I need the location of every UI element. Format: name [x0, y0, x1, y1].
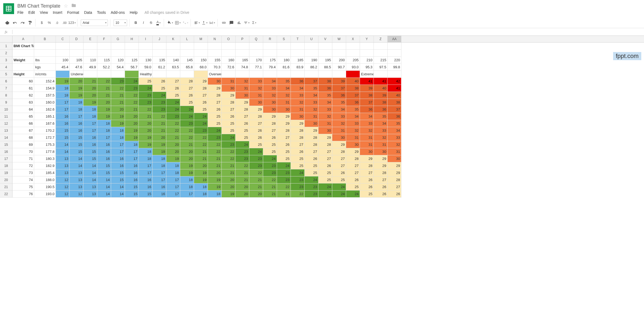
cell[interactable]: 15: [83, 148, 97, 155]
cell[interactable]: 15: [111, 169, 125, 176]
cell[interactable]: 17: [125, 155, 139, 162]
cell[interactable]: 76: [12, 191, 34, 198]
cell[interactable]: 24: [180, 106, 194, 113]
cell[interactable]: 29: [332, 141, 346, 148]
cell[interactable]: 180.3: [34, 155, 56, 162]
cell[interactable]: 185: [291, 57, 305, 64]
cell[interactable]: 88.5: [318, 64, 332, 71]
cell[interactable]: 26: [194, 99, 208, 106]
cell[interactable]: 30: [263, 99, 277, 106]
cell[interactable]: [153, 43, 166, 50]
cell[interactable]: [332, 71, 346, 78]
row-header-4[interactable]: 4: [0, 64, 12, 71]
cell[interactable]: 25: [208, 120, 222, 127]
cell[interactable]: 27: [249, 120, 263, 127]
cell[interactable]: 182.9: [34, 162, 56, 169]
cell[interactable]: 105: [70, 57, 83, 64]
cell[interactable]: 32: [305, 106, 318, 113]
col-header-N[interactable]: N: [208, 36, 222, 42]
cell[interactable]: 19: [194, 176, 208, 183]
cell[interactable]: 15: [56, 127, 70, 134]
cell[interactable]: 22: [291, 191, 305, 198]
cell[interactable]: 25: [277, 148, 291, 155]
cell[interactable]: 62: [12, 92, 34, 99]
cell[interactable]: 26: [153, 78, 166, 85]
cell[interactable]: 200: [332, 57, 346, 64]
cell[interactable]: 28: [263, 120, 277, 127]
cell[interactable]: 19: [111, 120, 125, 127]
cell[interactable]: 26: [263, 134, 277, 141]
cell[interactable]: 19: [97, 113, 111, 120]
cell[interactable]: 20: [111, 106, 125, 113]
cell[interactable]: 30: [249, 99, 263, 106]
cell[interactable]: [166, 50, 180, 57]
cell[interactable]: 162.6: [34, 106, 56, 113]
cell[interactable]: 16: [56, 113, 70, 120]
cell[interactable]: 13: [70, 176, 83, 183]
cell[interactable]: 41: [360, 78, 374, 85]
print-icon[interactable]: [4, 20, 10, 26]
cell[interactable]: 26: [388, 191, 401, 198]
row-header-17[interactable]: 17: [0, 155, 12, 162]
cell[interactable]: 170: [249, 57, 263, 64]
cell[interactable]: 26: [291, 148, 305, 155]
row-header-10[interactable]: 10: [0, 106, 12, 113]
cell[interactable]: 18: [139, 148, 153, 155]
cell[interactable]: 29: [194, 78, 208, 85]
cell[interactable]: 33: [332, 113, 346, 120]
cell[interactable]: [166, 71, 180, 78]
cell[interactable]: 15: [56, 134, 70, 141]
row-header-13[interactable]: 13: [0, 127, 12, 134]
cell[interactable]: 27: [360, 169, 374, 176]
cell[interactable]: [180, 71, 194, 78]
cell[interactable]: 145: [180, 57, 194, 64]
cell[interactable]: 23: [208, 134, 222, 141]
row-header-8[interactable]: 8: [0, 92, 12, 99]
cell[interactable]: 14: [83, 169, 97, 176]
cell[interactable]: 16: [153, 191, 166, 198]
cell[interactable]: [332, 50, 346, 57]
cell[interactable]: 20: [222, 183, 236, 191]
cell[interactable]: 26: [374, 183, 388, 191]
cell[interactable]: 33: [291, 92, 305, 99]
cell[interactable]: 28: [318, 141, 332, 148]
cell[interactable]: 20: [166, 148, 180, 155]
cell[interactable]: [208, 43, 222, 50]
cell[interactable]: [56, 50, 70, 57]
bold-icon[interactable]: B: [133, 20, 139, 26]
cell[interactable]: 23: [236, 155, 249, 162]
cell[interactable]: 29: [318, 134, 332, 141]
halign-icon[interactable]: ▾: [194, 20, 200, 26]
col-header-U[interactable]: U: [305, 36, 318, 42]
cell[interactable]: 15: [83, 155, 97, 162]
cell[interactable]: 32: [374, 134, 388, 141]
menu-add-ons[interactable]: Add-ons: [111, 10, 125, 15]
cell[interactable]: 38: [346, 85, 360, 92]
cell[interactable]: 33: [305, 99, 318, 106]
cell[interactable]: 33: [249, 78, 263, 85]
cell[interactable]: 20: [139, 120, 153, 127]
cell[interactable]: 29: [263, 113, 277, 120]
cell[interactable]: 23: [111, 78, 125, 85]
cell[interactable]: 30: [388, 155, 401, 162]
cell[interactable]: 15: [139, 191, 153, 198]
cell[interactable]: 23: [305, 183, 318, 191]
cell[interactable]: 25: [249, 141, 263, 148]
cell[interactable]: [194, 71, 208, 78]
menu-view[interactable]: View: [40, 10, 48, 15]
cell[interactable]: 26: [360, 183, 374, 191]
cell[interactable]: 22: [111, 85, 125, 92]
cell[interactable]: 17: [111, 141, 125, 148]
cell[interactable]: 19: [139, 134, 153, 141]
cell[interactable]: 35: [277, 78, 291, 85]
cell[interactable]: 63: [12, 99, 34, 106]
cell[interactable]: 28: [346, 155, 360, 162]
cell[interactable]: 120: [111, 57, 125, 64]
cell[interactable]: [97, 50, 111, 57]
cell[interactable]: 30: [291, 113, 305, 120]
col-header-W[interactable]: W: [332, 36, 346, 42]
cell[interactable]: 195: [318, 57, 332, 64]
cell[interactable]: 30: [222, 85, 236, 92]
cell[interactable]: [222, 50, 236, 57]
cell[interactable]: 24: [222, 134, 236, 141]
